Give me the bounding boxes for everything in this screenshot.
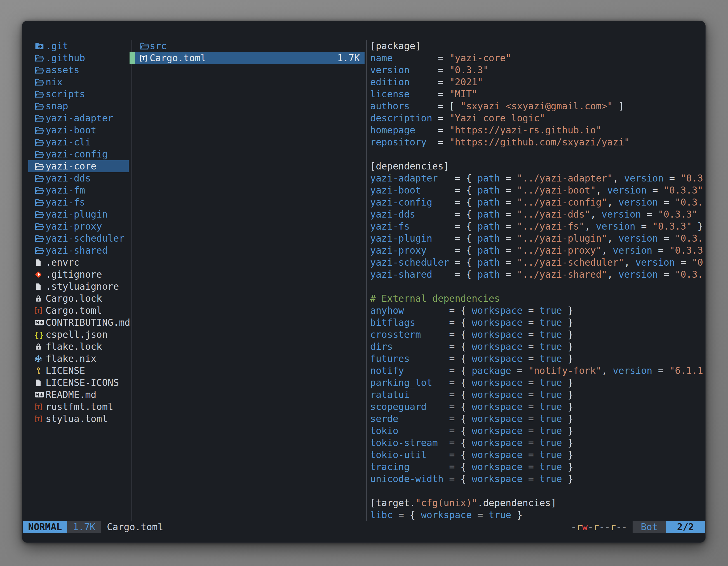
file-name: LICENSE [46,365,85,377]
file-name: .github [46,52,85,64]
file-name: src [150,40,167,52]
preview-line: yazi-scheduler = { path = "../yazi-sched… [370,257,705,269]
file-name: yazi-plugin [46,208,108,220]
parent-item-nix[interactable]: nix [28,76,129,88]
parent-item-yazi-proxy[interactable]: yazi-proxy [28,220,129,233]
preview-line: description = "Yazi core logic" [370,112,705,124]
folder-icon [34,89,45,100]
parent-item-yazi-fm[interactable]: yazi-fm [28,184,129,196]
preview-line: homepage = "https://yazi-rs.github.io" [370,124,705,136]
parent-item-assets[interactable]: assets [28,64,129,76]
folder-icon [34,233,45,244]
preview-line: yazi-proxy = { path = "../yazi-proxy", v… [370,245,705,257]
preview-line: yazi-adapter = { path = "../yazi-adapter… [370,172,705,184]
parent-item-stylua.toml[interactable]: stylua.toml [28,413,129,425]
preview-line: yazi-fs = { path = "../yazi-fs", version… [370,220,705,233]
parent-item-scripts[interactable]: scripts [28,88,129,100]
parent-item-cspell.json[interactable]: {}cspell.json [28,328,129,340]
folder-icon [34,125,45,136]
preview-line: yazi-dds = { path = "../yazi-dds", versi… [370,208,705,220]
markdown-icon [34,317,45,328]
current-pane: srcCargo.toml1.7K [135,40,365,521]
file-counter-badge: 2/2 [666,521,705,533]
folder-icon [34,113,45,124]
parent-item-README.md[interactable]: README.md [28,389,129,401]
folder-icon [34,245,45,256]
current-item-src[interactable]: src [135,40,365,52]
parent-item-yazi-config[interactable]: yazi-config [28,148,129,160]
status-file-name: Cargo.toml [107,521,163,533]
preview-line: tokio = { workspace = true } [370,425,705,437]
preview-line: ratatui = { workspace = true } [370,389,705,401]
parent-item-yazi-scheduler[interactable]: yazi-scheduler [28,233,129,245]
parent-item-.styluaignore[interactable]: .styluaignore [28,281,129,292]
parent-item-LICENSE-ICONS[interactable]: LICENSE-ICONS [28,377,129,389]
folder-icon [34,173,45,184]
preview-line: scopeguard = { workspace = true } [370,401,705,413]
markdown-icon [34,389,45,400]
toml-icon [34,401,45,412]
parent-item-Cargo.lock[interactable]: Cargo.lock [28,292,129,304]
preview-line: dirs = { workspace = true } [370,340,705,353]
file-name: yazi-shared [46,245,108,257]
braces-icon: {} [34,329,45,340]
preview-line: parking_lot = { workspace = true } [370,377,705,389]
file-name: rustfmt.toml [46,401,113,413]
folder-icon [34,65,45,76]
preview-line: authors = [ "sxyazi <sxyazi@gmail.com>" … [370,100,705,112]
folder-icon [34,101,45,112]
file-name: snap [46,100,68,112]
parent-item-snap[interactable]: snap [28,100,129,112]
parent-item-LICENSE[interactable]: LICENSE [28,365,129,377]
parent-item-yazi-plugin[interactable]: yazi-plugin [28,208,129,220]
parent-pane: .git.githubassetsnixscriptssnapyazi-adap… [28,40,129,521]
preview-line: unicode-width = { workspace = true } [370,473,705,485]
parent-item-yazi-dds[interactable]: yazi-dds [28,172,129,184]
git-folder-icon [34,41,45,51]
parent-item-flake.lock[interactable]: flake.lock [28,340,129,353]
folder-icon [34,77,45,88]
file-name: yazi-cli [46,136,91,148]
preview-line: # External dependencies [370,292,705,304]
folder-icon [34,221,45,232]
folder-icon [34,149,45,160]
git-file-icon [34,269,45,280]
folder-icon [34,53,45,64]
preview-line: crossterm = { workspace = true } [370,328,705,340]
parent-item-yazi-fs[interactable]: yazi-fs [28,196,129,208]
folder-icon [34,137,45,148]
parent-item-yazi-shared[interactable]: yazi-shared [28,245,129,257]
parent-item-.envrc[interactable]: .envrc [28,257,129,269]
parent-item-yazi-cli[interactable]: yazi-cli [28,136,129,148]
file-name: flake.lock [46,340,102,353]
preview-line [370,281,705,292]
file-name: .git [46,40,68,52]
preview-line: [dependencies] [370,160,705,172]
file-name: assets [46,64,79,76]
preview-line: [package] [370,40,705,52]
file-name: yazi-adapter [46,112,113,124]
lock-icon [34,293,45,304]
parent-item-.git[interactable]: .git [28,40,129,52]
preview-line [370,485,705,497]
parent-item-yazi-adapter[interactable]: yazi-adapter [28,112,129,124]
parent-item-yazi-core[interactable]: yazi-core [28,160,129,172]
file-name: LICENSE-ICONS [46,377,119,389]
file-size: 1.7K [337,52,360,64]
parent-item-flake.nix[interactable]: flake.nix [28,353,129,365]
folder-icon [34,197,45,208]
file-name: .gitignore [46,269,102,281]
file-name: nix [46,76,63,88]
file-name: README.md [46,389,97,401]
parent-item-CONTRIBUTING.md[interactable]: CONTRIBUTING.md [28,316,129,328]
parent-item-rustfmt.toml[interactable]: rustfmt.toml [28,401,129,413]
file-name: stylua.toml [46,413,108,425]
preview-line: futures = { workspace = true } [370,353,705,365]
parent-item-.gitignore[interactable]: .gitignore [28,269,129,281]
parent-item-Cargo.toml[interactable]: Cargo.toml [28,304,129,316]
parent-item-.github[interactable]: .github [28,52,129,64]
parent-item-yazi-boot[interactable]: yazi-boot [28,124,129,136]
current-item-Cargo.toml[interactable]: Cargo.toml1.7K [135,52,365,64]
snowflake-icon [34,353,45,364]
file-icon [34,257,45,268]
